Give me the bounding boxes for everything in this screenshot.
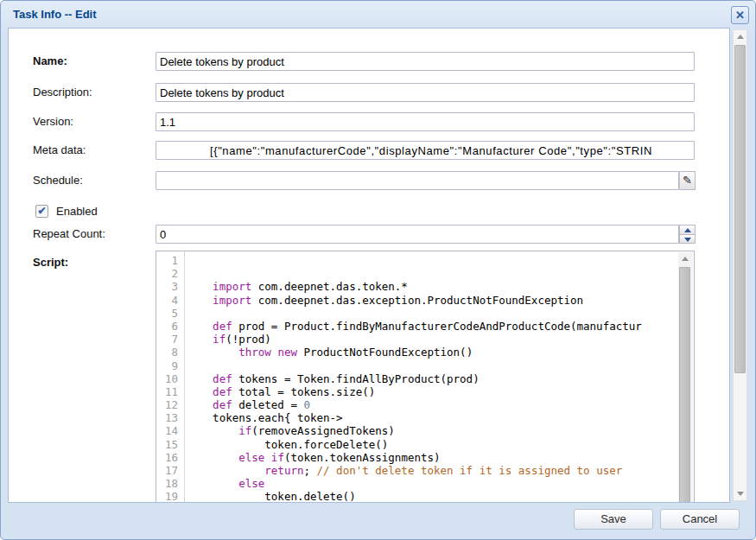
- scroll-up-icon: [682, 257, 689, 261]
- metadata-label: Meta data:: [33, 141, 156, 160]
- close-icon: ✕: [735, 9, 745, 22]
- version-label: Version:: [33, 112, 156, 131]
- enabled-label: Enabled: [56, 202, 98, 221]
- script-scrollbar-thumb[interactable]: [679, 267, 690, 503]
- schedule-field-row: Schedule: ✎: [33, 171, 729, 190]
- schedule-label: Schedule:: [33, 171, 156, 190]
- save-button[interactable]: Save: [574, 509, 653, 530]
- script-scrollbar[interactable]: [678, 252, 693, 503]
- description-input[interactable]: [156, 83, 695, 102]
- cancel-button[interactable]: Cancel: [660, 509, 740, 530]
- close-button[interactable]: ✕: [731, 6, 749, 24]
- form-panel: Name: Description: Version: Meta data: S…: [8, 28, 730, 503]
- script-code-area[interactable]: import com.deepnet.das.token.* import co…: [185, 251, 694, 503]
- footer-toolbar: Save Cancel: [2, 501, 754, 538]
- scroll-down-icon: [737, 492, 744, 496]
- version-field-row: Version:: [33, 112, 729, 131]
- name-label: Name:: [33, 52, 156, 71]
- schedule-edit-button[interactable]: ✎: [679, 171, 696, 190]
- script-code[interactable]: import com.deepnet.das.token.* import co…: [185, 251, 694, 503]
- titlebar: Task Info -- Edit ✕: [1, 1, 755, 28]
- repeat-count-field-row: Repeat Count:: [33, 225, 729, 244]
- pencil-icon: ✎: [683, 174, 692, 187]
- script-gutter: 12345678910111213141516171819: [156, 251, 185, 503]
- dialog-title: Task Info -- Edit: [13, 8, 97, 21]
- schedule-input[interactable]: [156, 171, 679, 190]
- repeat-count-spinner: [679, 225, 696, 244]
- name-field-row: Name:: [33, 52, 729, 71]
- description-label: Description:: [33, 83, 156, 102]
- dialog-scrollbar-up-button[interactable]: [734, 30, 746, 43]
- chevron-down-icon: [684, 238, 691, 242]
- repeat-count-label: Repeat Count:: [33, 225, 156, 244]
- enabled-field-row: ✔ Enabled: [33, 202, 729, 221]
- checkbox-check-icon: ✔: [37, 205, 46, 217]
- scroll-up-icon: [737, 35, 744, 39]
- version-input[interactable]: [156, 112, 695, 131]
- script-editor[interactable]: 12345678910111213141516171819 import com…: [156, 251, 695, 503]
- script-scrollbar-up-button[interactable]: [678, 252, 691, 265]
- task-info-edit-dialog: Task Info -- Edit ✕ Name: Description: V…: [0, 0, 756, 540]
- name-input[interactable]: [156, 52, 695, 71]
- script-field-row: Script: 12345678910111213141516171819 im…: [33, 251, 729, 503]
- dialog-scrollbar[interactable]: [733, 29, 747, 501]
- spinner-up-button[interactable]: [679, 225, 696, 234]
- repeat-count-input[interactable]: [156, 225, 679, 244]
- chevron-up-icon: [684, 228, 691, 232]
- script-label: Script:: [33, 253, 156, 272]
- enabled-checkbox[interactable]: ✔: [35, 205, 48, 218]
- dialog-scrollbar-down-button[interactable]: [734, 487, 746, 500]
- metadata-field-row: Meta data:: [33, 141, 729, 160]
- spinner-down-button[interactable]: [679, 234, 696, 244]
- metadata-input[interactable]: [156, 141, 695, 160]
- description-field-row: Description:: [33, 83, 729, 102]
- dialog-scrollbar-thumb[interactable]: [734, 45, 746, 373]
